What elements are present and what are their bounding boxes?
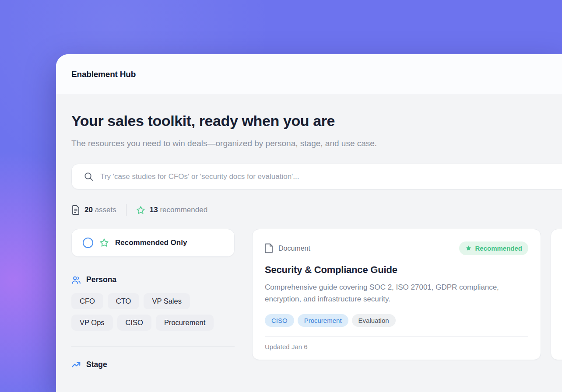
recommended-only-toggle[interactable]: Recommended Only: [71, 229, 235, 257]
persona-chip-ciso[interactable]: CISO: [117, 315, 151, 331]
asset-title: Security & Compliance Guide: [265, 264, 528, 276]
users-icon: [71, 276, 81, 284]
recommended-badge-label: Recommended: [475, 245, 522, 252]
filters-and-results: Recommended Only Persona CFO: [71, 229, 562, 369]
persona-section-heading: Persona: [71, 275, 235, 284]
enablement-hub-window: Enablement Hub Your sales toolkit, ready…: [56, 54, 562, 392]
assets-label: assets: [95, 206, 116, 214]
tag-ciso[interactable]: CISO: [265, 314, 294, 327]
persona-chip-group: CFO CTO VP Sales VP Ops CISO Procurement: [71, 293, 235, 331]
persona-chip-procurement[interactable]: Procurement: [156, 315, 214, 331]
persona-chip-cfo[interactable]: CFO: [71, 293, 103, 309]
recommended-badge: Recommended: [459, 242, 528, 255]
star-outline-icon: [136, 206, 145, 215]
radio-circle-icon[interactable]: [83, 238, 93, 248]
persona-chip-vp-ops[interactable]: VP Ops: [71, 315, 113, 331]
assets-count: 20: [84, 206, 93, 214]
filter-sidebar: Recommended Only Persona CFO: [71, 229, 235, 369]
sidebar-divider: [71, 346, 235, 347]
asset-description: Comprehensive guide covering SOC 2, ISO …: [265, 281, 523, 305]
page-subtitle: The resources you need to win deals—orga…: [71, 135, 430, 152]
stats-divider: [126, 204, 126, 216]
assets-stat: 20 assets: [71, 205, 116, 215]
search-bar[interactable]: [71, 164, 562, 189]
asset-tags: CISO Procurement Evaluation: [265, 314, 528, 327]
stage-section-label: Stage: [86, 360, 107, 369]
document-icon: [265, 243, 273, 253]
tag-evaluation[interactable]: Evaluation: [352, 314, 396, 327]
recommended-stat: 13 recommended: [136, 206, 207, 215]
app-title: Enablement Hub: [71, 70, 136, 79]
tag-procurement[interactable]: Procurement: [298, 314, 348, 327]
page-title: Your sales toolkit, ready when you are: [71, 112, 562, 130]
persona-chip-cto[interactable]: CTO: [108, 293, 140, 309]
recommended-only-label: Recommended Only: [115, 238, 187, 247]
search-icon: [84, 172, 94, 182]
persona-section-label: Persona: [86, 275, 116, 284]
main-content: Your sales toolkit, ready when you are T…: [56, 112, 562, 369]
stage-section-heading: Stage: [71, 360, 235, 369]
asset-updated-date: Updated Jan 6: [265, 336, 528, 350]
asset-type-label: Document: [278, 245, 310, 252]
file-text-icon: [71, 205, 80, 215]
asset-card-partial[interactable]: [551, 229, 562, 360]
persona-chip-vp-sales[interactable]: VP Sales: [144, 293, 190, 309]
search-input[interactable]: [100, 164, 562, 189]
recommended-count: 13: [150, 206, 158, 214]
asset-card-security-compliance[interactable]: Document Recommended Security & Complian…: [252, 229, 541, 360]
results-list: Document Recommended Security & Complian…: [252, 229, 562, 360]
stats-row: 20 assets 13 recommended: [71, 204, 562, 216]
star-filled-icon: [465, 245, 472, 252]
app-header: Enablement Hub: [56, 54, 562, 95]
star-outline-icon: [99, 238, 109, 248]
trending-up-icon: [71, 361, 81, 368]
recommended-label: recommended: [160, 206, 207, 214]
